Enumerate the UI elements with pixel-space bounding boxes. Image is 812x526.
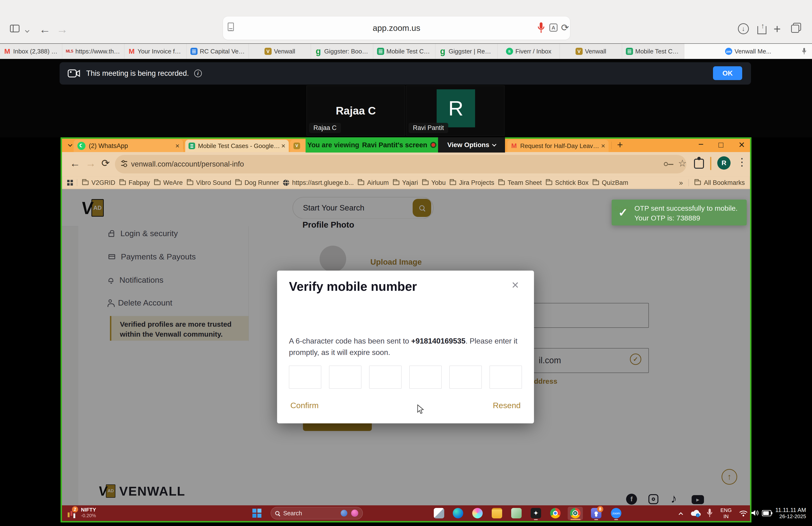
key-icon[interactable] [664, 162, 668, 166]
inner-forward-icon[interactable]: → [86, 157, 96, 169]
inner-reload-icon[interactable]: ⟳ [101, 157, 110, 169]
inner-tab-gmail[interactable]: M Request for Half-Day Leave - ra × [507, 140, 609, 152]
bookmark-item[interactable]: Schtick Box [546, 179, 589, 186]
tab-close-icon[interactable]: × [601, 142, 605, 150]
tab-venwall[interactable]: V Venwall [249, 44, 311, 59]
inner-back-icon[interactable]: ← [70, 157, 80, 169]
mic-icon[interactable] [537, 22, 545, 35]
venwall-icon: V [293, 143, 300, 149]
bookmark-item[interactable]: Fabpay [119, 179, 150, 186]
recording-text: This meeting is being recorded. [86, 69, 189, 78]
extensions-puzzle-icon[interactable] [694, 159, 704, 169]
bookmark-item[interactable]: WeAre [154, 179, 183, 186]
start-button[interactable] [252, 509, 261, 518]
viewing-banner: You are viewing Ravi Pantit's screen [306, 137, 438, 153]
bookmarks-overflow-icon[interactable]: » [679, 179, 683, 187]
browser-menu-dots-icon[interactable]: ⋮ [737, 156, 747, 168]
modal-close-icon[interactable]: × [512, 278, 519, 292]
new-tab-icon[interactable]: + [773, 22, 781, 36]
inner-tab-whatsapp[interactable]: (2) WhatsApp × [74, 140, 183, 152]
all-bookmarks-button[interactable]: All Bookmarks [695, 179, 745, 186]
tab-giggster[interactable]: g Giggster: Book... [311, 44, 373, 59]
outer-address-bar[interactable]: app.zoom.us A ⟳ [223, 16, 570, 40]
new-tab-plus-icon[interactable]: + [617, 139, 623, 151]
folder-icon [450, 181, 456, 185]
tab-mls[interactable]: MLS https://www.the... [62, 44, 125, 59]
stock-chart-icon [68, 512, 70, 517]
window-maximize-icon[interactable]: □ [719, 140, 723, 150]
tab-rc-capital[interactable]: RC Capital Vent... [187, 44, 249, 59]
window-close-icon[interactable]: × [739, 139, 745, 151]
downloads-icon[interactable]: ↓ [738, 23, 749, 34]
otp-input-1[interactable] [289, 366, 321, 389]
bookmark-item[interactable]: Jira Projects [450, 179, 494, 186]
otp-input-4[interactable] [409, 366, 441, 389]
info-icon[interactable]: i [194, 70, 202, 77]
reload-icon[interactable]: ⟳ [561, 22, 569, 33]
taskbar-search[interactable]: Search [271, 507, 363, 520]
share-icon-arrow: ↑ [761, 22, 765, 30]
window-minimize-icon[interactable]: − [698, 139, 704, 150]
chrome-icon[interactable] [550, 508, 561, 518]
bookmark-item[interactable]: Airluum [358, 179, 389, 186]
otp-input-6[interactable] [490, 366, 522, 389]
confirm-button[interactable]: Confirm [290, 401, 319, 410]
back-button[interactable]: ← [39, 23, 50, 36]
resend-button[interactable]: Resend [493, 401, 521, 410]
volume-icon[interactable] [751, 509, 759, 517]
apps-grid-icon[interactable] [67, 180, 73, 186]
taskbar-stock-widget[interactable]: 2 NIFTY -0.20% [67, 507, 96, 518]
tab-close-icon[interactable]: × [175, 142, 179, 150]
participant-tile-rajaa[interactable]: Rajaa C Rajaa C [306, 86, 405, 136]
participant-tile-ravi[interactable]: R Ravi Pantit [406, 86, 505, 136]
view-options-button[interactable]: View Options [438, 137, 505, 153]
bookmark-item[interactable]: https://asrt.gluege.b... [283, 179, 354, 186]
bookmark-star-icon[interactable]: ☆ [678, 158, 687, 169]
toolbar-chevron-down-icon[interactable] [25, 28, 29, 32]
bookmark-item[interactable]: Yobu [422, 179, 446, 186]
tray-chevron-up-icon[interactable] [679, 512, 683, 516]
translate-icon[interactable]: A [549, 24, 557, 32]
clock-indicator[interactable]: 11.11.11 AM 26-12-2025 [765, 507, 806, 520]
tab-sheets-1[interactable]: Mobile Test Ca... [373, 44, 435, 59]
chrome-profile-icon[interactable]: R [570, 508, 580, 518]
tab-overview-icon[interactable] [791, 25, 799, 33]
tab-venwall-2[interactable]: V Venwall [560, 44, 622, 59]
sidebar-toggle-icon[interactable] [10, 25, 19, 32]
recording-ok-button[interactable]: OK [713, 66, 742, 80]
running-indicator [594, 519, 598, 520]
bookmark-item[interactable]: V2GRID [82, 179, 115, 186]
bookmark-item[interactable]: Dog Runner [235, 179, 279, 186]
onedrive-cloud-icon[interactable]: i [690, 509, 701, 517]
browser-avatar[interactable]: R [717, 156, 730, 170]
tab-close-icon[interactable]: × [281, 142, 285, 150]
language-indicator[interactable]: ENGIN [718, 507, 734, 520]
bookmark-item[interactable]: Vibro Sound [187, 179, 231, 186]
photos-app-icon[interactable] [511, 508, 522, 518]
otp-input-2[interactable] [329, 366, 361, 389]
otp-input-5[interactable] [449, 366, 482, 389]
widgets-app-icon[interactable] [434, 508, 444, 518]
teams-icon[interactable]: 8 [591, 508, 601, 518]
bookmark-item[interactable]: QuizBam [593, 179, 628, 186]
tab-sheets-2[interactable]: Mobile Test Ca... [622, 44, 684, 59]
tab-fiverr[interactable]: fi Fiverr / Inbox [498, 44, 560, 59]
tab-zoom-active[interactable]: zm Venwall Me... [684, 44, 812, 59]
tab-invoice[interactable]: M Your Invoice fro... [125, 44, 187, 59]
dark-app-icon[interactable]: ✦ [531, 508, 541, 518]
zoom-app-icon[interactable]: zoom [611, 508, 621, 518]
bookmark-item[interactable]: Team Sheet [498, 179, 542, 186]
tab-giggster-2[interactable]: g Giggster | Rent... [435, 44, 498, 59]
file-explorer-icon[interactable] [492, 508, 502, 518]
tray-mic-icon[interactable] [706, 508, 713, 518]
inner-tab-sheets-active[interactable]: Mobile Test Cases - Google She × [185, 140, 289, 152]
tab-inbox[interactable]: M Inbox (2,388) -... [0, 44, 62, 59]
edge-icon[interactable] [453, 508, 463, 518]
otp-input-3[interactable] [369, 366, 402, 389]
forward-button[interactable]: → [57, 23, 68, 36]
bookmark-item[interactable]: Yajari [393, 179, 418, 186]
wifi-icon[interactable] [739, 510, 748, 517]
copilot-icon[interactable] [472, 508, 483, 518]
tab-search-chevron-icon[interactable] [68, 142, 72, 146]
inner-address-bar[interactable]: venwall.com/account/personal-info ☆ [115, 155, 686, 173]
